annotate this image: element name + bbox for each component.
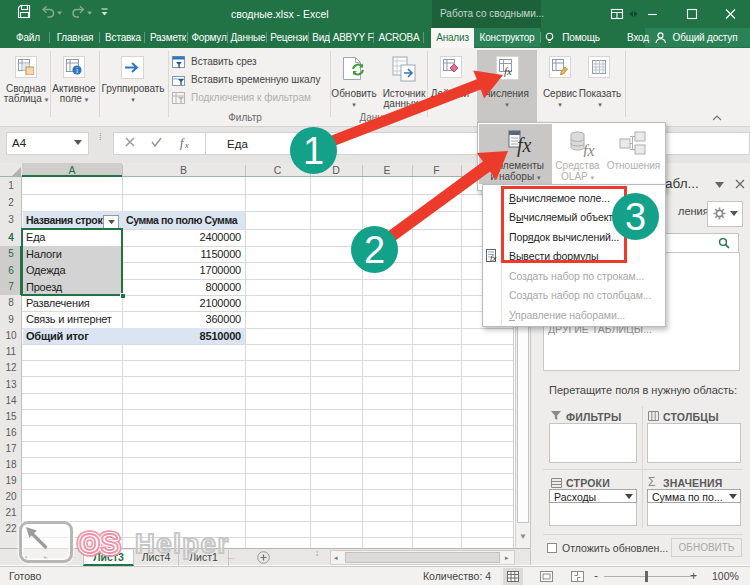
svg-text:x: x bbox=[184, 141, 189, 150]
svg-text:Helper: Helper bbox=[135, 528, 230, 559]
svg-text:fx: fx bbox=[504, 65, 512, 77]
svg-text:fx: fx bbox=[517, 134, 532, 157]
svg-text:i: i bbox=[76, 66, 78, 75]
svg-text:fx: fx bbox=[583, 142, 595, 157]
svg-text:OS: OS bbox=[79, 528, 119, 559]
svg-text:fx: fx bbox=[490, 253, 497, 262]
